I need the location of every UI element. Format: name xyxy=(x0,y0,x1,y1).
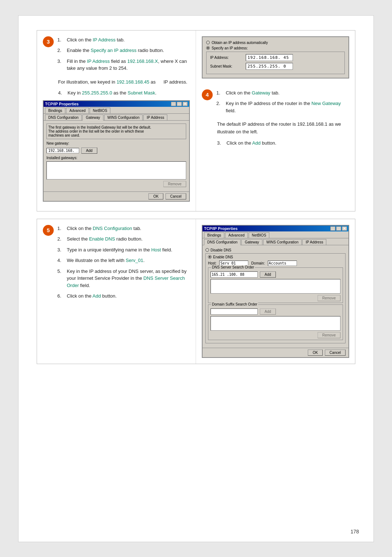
step5-badge: 5 xyxy=(43,225,54,236)
enable-dns-label: Enable DNS xyxy=(213,255,233,259)
dns-search-list xyxy=(211,279,340,294)
step4-list: Click on the Gateway tab. Key in the IP … xyxy=(216,89,349,118)
dns-tab-netbios[interactable]: NetBIOS xyxy=(249,232,269,238)
subnet-label: Subnet Mask: xyxy=(210,64,243,68)
dns-tab-ip[interactable]: IP Address xyxy=(302,239,326,245)
disable-dns-row: Disable DNS xyxy=(205,248,346,252)
step4-section: 4 Click on the Gateway tab. Key in the I… xyxy=(202,89,349,147)
step5-item1: Click on the DNS Configuration tab. xyxy=(57,225,190,232)
step5-header: 5 Click on the DNS Configuration tab. Se… xyxy=(43,225,190,303)
dns-tab-dns-config[interactable]: DNS Configuration xyxy=(204,239,241,245)
dns-dialog-title: TCP/IP Properties xyxy=(204,226,238,231)
step3-ok-button[interactable]: OK xyxy=(148,193,163,199)
domain-suffix-input[interactable] xyxy=(211,308,258,315)
step3-item3: Fill in the IP Address field as 192.168.… xyxy=(57,58,190,72)
step4-item1: Click on the Gateway tab. xyxy=(216,89,349,97)
page-number: 178 xyxy=(351,529,359,534)
step3-dialog-title: TCP/IP Properties xyxy=(45,102,79,106)
ip-address-input[interactable] xyxy=(246,54,293,61)
tab-dns-config[interactable]: DNS Configuration xyxy=(45,114,82,120)
ip-properties-panel: Obtain an IP address automatically Speci… xyxy=(202,36,349,78)
dns-dialog-tabs1: Bindings Advanced NetBIOS xyxy=(203,231,348,238)
dns-tab-gateway[interactable]: Gateway xyxy=(241,239,262,245)
installed-gateways-label: Installed gateways: xyxy=(46,156,186,160)
dns-close-btn[interactable]: ✕ xyxy=(342,226,347,231)
specify-ip-radio[interactable] xyxy=(206,46,210,50)
enable-dns-radio[interactable] xyxy=(208,255,212,259)
obtain-ip-radio[interactable] xyxy=(206,41,210,44)
host-label: Host: xyxy=(208,261,216,265)
step5-item6: Click on the Add button. xyxy=(57,292,190,300)
gateway-add-button[interactable]: Add xyxy=(81,148,97,154)
step3-gateway-input-row: Add xyxy=(46,148,186,154)
dns-dialog: TCP/IP Properties _ □ ✕ Bindings Advance… xyxy=(202,225,349,358)
domain-suffix-add-button[interactable]: Add xyxy=(260,308,276,315)
dns-minimize-btn[interactable]: _ xyxy=(330,226,335,231)
step4-item3: Click on the Add button. xyxy=(217,140,349,147)
dns-tab-advanced[interactable]: Advanced xyxy=(225,232,248,238)
dialog-maximize-btn[interactable]: □ xyxy=(177,102,182,106)
tab-advanced[interactable]: Advanced xyxy=(66,108,89,113)
subnet-input[interactable] xyxy=(246,63,293,70)
step4-item2: Key in the IP address of the router in t… xyxy=(216,100,349,114)
step3-subnet-val: 255.255.255.0 xyxy=(82,90,112,96)
step3-dialog-tabs: Bindings Advanced NetBIOS xyxy=(44,107,189,114)
page: 3 Click on the IP Address tab. Enable th… xyxy=(18,15,374,542)
step3-new-gateway-row: New gateway: xyxy=(46,141,186,145)
step5-host-label: Host xyxy=(151,247,161,253)
installed-gateways-list xyxy=(46,161,186,179)
dns-search-input[interactable] xyxy=(211,271,258,278)
domain-suffix-input-row: Add xyxy=(211,308,340,315)
tab-bindings[interactable]: Bindings xyxy=(45,108,65,113)
step5-list: Click on the DNS Configuration tab. Sele… xyxy=(57,225,190,303)
step5-item3: Type in a unique identifying name in the… xyxy=(57,246,190,254)
step3-cancel-button[interactable]: Cancel xyxy=(166,193,186,199)
dns-dialog-footer: OK Cancel xyxy=(203,348,348,357)
gateway-remove-button[interactable]: Remove xyxy=(163,181,186,187)
tab-wins[interactable]: WINS Configuration xyxy=(104,114,143,120)
domain-input[interactable] xyxy=(268,261,297,266)
tab-netbios[interactable]: NetBIOS xyxy=(90,108,110,113)
step3-list2: Key in 255.255.255.0 as the Subnet Mask. xyxy=(58,89,190,97)
step5-item2: Select the Enable DNS radio button. xyxy=(57,235,190,243)
dns-dialog-controls: _ □ ✕ xyxy=(330,226,347,231)
dns-tab-wins[interactable]: WINS Configuration xyxy=(263,239,302,245)
step3-dialog-controls: _ □ ✕ xyxy=(171,102,188,106)
step5-right: TCP/IP Properties _ □ ✕ Bindings Advance… xyxy=(196,219,355,364)
dns-add-button[interactable]: Add xyxy=(260,271,276,278)
step4-item3-container: Click on the Add button. xyxy=(217,140,349,147)
dns-dialog-body: Disable DNS Enable DNS Host: Dom xyxy=(203,245,348,348)
step3-gateway-dialog: TCP/IP Properties _ □ ✕ Bindings Advance… xyxy=(43,100,190,202)
step3-specify-ip-label: Specify an IP address xyxy=(91,48,136,53)
dns-dialog-titlebar: TCP/IP Properties _ □ ✕ xyxy=(203,226,348,231)
step5-item5: Key in the IP address of your DNS server… xyxy=(57,268,190,289)
disable-dns-label: Disable DNS xyxy=(211,248,231,252)
dialog-close-btn[interactable]: ✕ xyxy=(183,102,188,106)
enable-dns-row: Enable DNS xyxy=(208,255,343,259)
dns-ok-button[interactable]: OK xyxy=(308,350,322,356)
dns-tab-bindings[interactable]: Bindings xyxy=(204,232,224,238)
disable-dns-radio[interactable] xyxy=(205,248,209,252)
step3-item4: Key in 255.255.255.0 as the Subnet Mask. xyxy=(58,89,190,97)
step3-item1: Click on the IP Address tab. xyxy=(57,36,190,44)
step3-item4-container: Key in 255.255.255.0 as the Subnet Mask. xyxy=(58,89,190,97)
ip-group-box: IP Address: Subnet Mask: xyxy=(206,52,345,74)
new-gateway-input[interactable] xyxy=(46,148,79,153)
specify-ip-radio-row: Specify an IP address: xyxy=(206,46,345,50)
step5-enable-dns-label: Enable DNS xyxy=(89,236,115,242)
obtain-ip-label: Obtain an IP address automatically xyxy=(212,41,268,45)
step3-item2: Enable the Specify an IP address radio b… xyxy=(57,47,190,54)
dialog-minimize-btn[interactable]: _ xyxy=(171,102,176,106)
step5-serv01-label: Serv_01 xyxy=(126,258,143,263)
step4-list2: Click on the Add button. xyxy=(217,140,349,147)
tab-gateway[interactable]: Gateway xyxy=(82,114,103,121)
tab-ip-address[interactable]: IP Address xyxy=(143,114,167,120)
dns-remove-button[interactable]: Remove xyxy=(318,295,340,301)
step3-right: Obtain an IP address automatically Speci… xyxy=(196,31,355,211)
step4-header: 4 Click on the Gateway tab. Key in the I… xyxy=(202,89,349,118)
dns-maximize-btn[interactable]: □ xyxy=(336,226,341,231)
dns-cancel-button[interactable]: Cancel xyxy=(325,350,346,356)
domain-suffix-remove-button[interactable]: Remove xyxy=(318,332,340,338)
step4-add-label: Add xyxy=(252,140,261,146)
step5-add-label: Add xyxy=(93,293,101,299)
